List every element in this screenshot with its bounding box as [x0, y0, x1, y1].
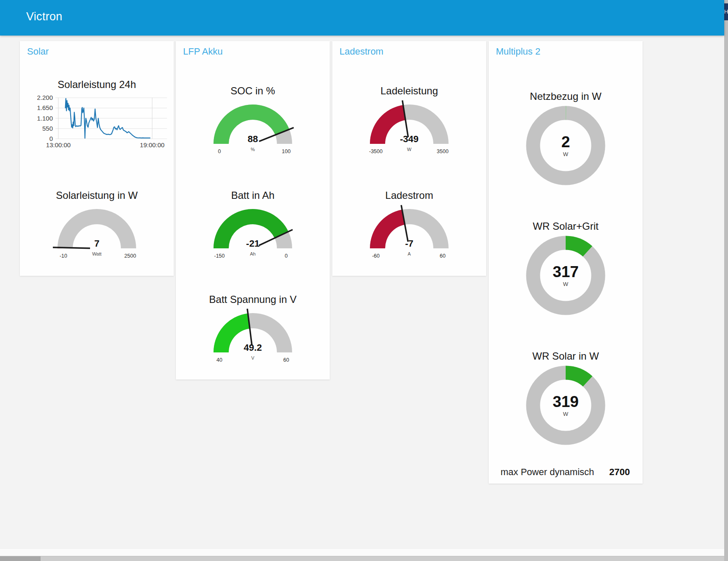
gauge-value: -21 — [204, 238, 301, 249]
donut-title: WR Solar in W — [489, 350, 643, 363]
gauge-min-label: 40 — [210, 357, 229, 363]
gauge-value: 49.2 — [204, 342, 301, 353]
gauge-value: 88 — [204, 134, 301, 145]
gauge-max-label: 3500 — [433, 148, 452, 154]
gauge-title: Batt Spannung in V — [176, 293, 330, 306]
group-title-solar: Solar — [27, 46, 49, 57]
donut-unit: W — [563, 411, 568, 417]
chart-widget-solarleistung-24h: Solarleistung 24h 05501.1001.6502.20013:… — [20, 78, 174, 149]
svg-text:550: 550 — [42, 125, 53, 132]
horizontal-scrollbar-thumb[interactable] — [0, 556, 41, 561]
group-card-ladestrom: Ladestrom Ladeleistung -349 W -3500 3500… — [332, 41, 486, 276]
group-title-multiplus-2: Multiplus 2 — [496, 46, 540, 57]
gauge-max-label: 60 — [433, 253, 452, 259]
donut-value: 317 — [553, 264, 579, 280]
chart-title: Solarleistung 24h — [20, 78, 174, 91]
group-card-lfp-akku: LFP Akku SOC in % 88 % 0 100 Batt in Ah … — [176, 41, 330, 380]
gauge-max-label: 60 — [277, 357, 296, 363]
gauge-min-label: 0 — [210, 148, 229, 154]
group-card-solar: Solar Solarleistung 24h 05501.1001.6502.… — [20, 41, 174, 276]
gauge-max-label: 100 — [277, 148, 296, 154]
max-power-row: max Power dynamisch 2700 — [489, 467, 643, 478]
donut-title: WR Solar+Grit — [489, 220, 643, 233]
donut-value: 2 — [561, 134, 570, 150]
svg-text:2.200: 2.200 — [37, 94, 53, 101]
donut-value: 319 — [553, 394, 579, 410]
gauge-max-label: 0 — [277, 253, 296, 259]
gauge-widget-batt-spannung: Batt Spannung in V 49.2 V 40 60 — [176, 293, 330, 363]
gauge-widget-soc: SOC in % 88 % 0 100 — [176, 85, 330, 155]
donut-unit: W — [563, 151, 568, 157]
svg-text:19:00:00: 19:00:00 — [140, 141, 164, 148]
gauge-value: -349 — [361, 134, 458, 145]
gauge-widget-batt-ah: Batt in Ah -21 Ah -150 0 — [176, 189, 330, 259]
group-title-ladestrom: Ladestrom — [339, 46, 383, 57]
gauge-title: Ladeleistung — [332, 85, 486, 97]
header-bar: Victron — [0, 0, 724, 36]
donut-unit: W — [563, 281, 568, 287]
donut-widget-wr-solar: WR Solar in W 319 W — [489, 350, 643, 446]
gauge-min-label: -60 — [367, 253, 385, 259]
line-chart-solarleistung: 05501.1001.6502.20013:00:0019:00:00 — [34, 93, 168, 149]
gauge-min-label: -150 — [210, 253, 229, 259]
background-window-edge: H — [724, 0, 728, 561]
gauge-title: Batt in Ah — [176, 189, 330, 202]
gauge-widget-ladeleistung: Ladeleistung -349 W -3500 3500 — [332, 85, 486, 155]
group-title-lfp-akku: LFP Akku — [183, 46, 223, 57]
bottom-band — [0, 548, 724, 556]
gauge-value: 7 — [48, 238, 145, 249]
horizontal-scrollbar[interactable] — [0, 556, 724, 561]
gauge-widget-solarleistung: Solarleistung in W 7 Watt -10 2500 — [20, 189, 174, 259]
group-card-multiplus-2: Multiplus 2 Netzbezug in W 2 W WR Solar+… — [489, 41, 643, 484]
gauge-min-label: -10 — [54, 253, 73, 259]
gauge-max-label: 2500 — [121, 253, 140, 259]
max-power-value: 2700 — [609, 467, 630, 478]
svg-text:1.100: 1.100 — [37, 115, 53, 122]
max-power-label: max Power dynamisch — [501, 467, 594, 478]
donut-widget-netzbezug: Netzbezug in W 2 W — [489, 90, 643, 186]
donut-widget-wr-solar-grit: WR Solar+Grit 317 W — [489, 220, 643, 316]
gauge-title: SOC in % — [176, 85, 330, 97]
gauge-min-label: -3500 — [367, 148, 385, 154]
app-title: Victron — [26, 10, 63, 23]
background-window-titlebar-fragment: H — [724, 3, 728, 20]
donut-title: Netzbezug in W — [489, 90, 643, 103]
svg-text:13:00:00: 13:00:00 — [46, 141, 71, 148]
dashboard: Victron Solar Solarleistung 24h 05501.10… — [0, 0, 728, 561]
gauge-value: -7 — [361, 238, 458, 249]
gauge-title: Solarleistung in W — [20, 189, 174, 202]
gauge-title: Ladestrom — [332, 189, 486, 202]
gauge-widget-ladestrom: Ladestrom -7 A -60 60 — [332, 189, 486, 259]
svg-text:1.650: 1.650 — [37, 104, 53, 111]
